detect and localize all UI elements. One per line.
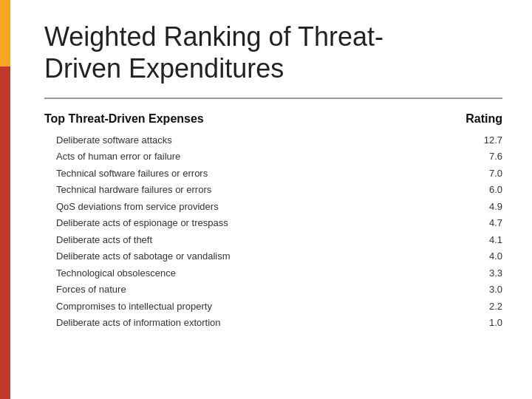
rating-cell: 4.1 (429, 231, 502, 248)
rating-cell: 1.0 (429, 315, 502, 332)
rating-cell: 6.0 (429, 182, 502, 199)
rating-cell: 4.9 (429, 198, 502, 215)
expense-cell: QoS deviations from service providers (44, 198, 429, 215)
expense-cell: Deliberate acts of theft (44, 231, 429, 248)
rating-cell: 3.0 (429, 282, 502, 299)
expense-cell: Technological obsolescence (44, 265, 429, 282)
accent-bottom (0, 66, 10, 399)
rating-cell: 7.6 (429, 149, 502, 166)
page-title: Weighted Ranking of Threat- Driven Expen… (44, 21, 502, 84)
accent-bar (0, 0, 10, 399)
rating-cell: 7.0 (429, 165, 502, 182)
table-row: Technological obsolescence3.3 (44, 265, 502, 282)
table-row: QoS deviations from service providers4.9 (44, 198, 502, 215)
table-row: Deliberate acts of espionage or trespass… (44, 215, 502, 232)
expense-cell: Technical hardware failures or errors (44, 182, 429, 199)
threat-table: Top Threat-Driven Expenses Rating Delibe… (44, 109, 502, 331)
page-container: Weighted Ranking of Threat- Driven Expen… (0, 0, 532, 399)
rating-cell: 2.2 (429, 298, 502, 315)
table-row: Acts of human error or failure7.6 (44, 149, 502, 166)
column-header-expense: Top Threat-Driven Expenses (44, 109, 429, 132)
expense-cell: Technical software failures or errors (44, 165, 429, 182)
expense-cell: Deliberate acts of sabotage or vandalism (44, 248, 429, 265)
table-row: Technical hardware failures or errors6.0 (44, 182, 502, 199)
main-content: Weighted Ranking of Threat- Driven Expen… (44, 0, 532, 331)
title-divider (44, 98, 502, 99)
table-row: Deliberate software attacks12.7 (44, 132, 502, 149)
expense-cell: Acts of human error or failure (44, 149, 429, 166)
rating-cell: 3.3 (429, 265, 502, 282)
expense-cell: Deliberate acts of information extortion (44, 315, 429, 332)
expense-cell: Compromises to intellectual property (44, 298, 429, 315)
table-row: Technical software failures or errors7.0 (44, 165, 502, 182)
table-row: Forces of nature3.0 (44, 282, 502, 299)
table-row: Deliberate acts of information extortion… (44, 315, 502, 332)
column-header-rating: Rating (429, 109, 502, 132)
expense-cell: Deliberate acts of espionage or trespass (44, 215, 429, 232)
rating-cell: 4.0 (429, 248, 502, 265)
table-row: Deliberate acts of theft4.1 (44, 231, 502, 248)
accent-top (0, 0, 10, 66)
rating-cell: 12.7 (429, 132, 502, 149)
table-row: Deliberate acts of sabotage or vandalism… (44, 248, 502, 265)
expense-cell: Forces of nature (44, 282, 429, 299)
table-row: Compromises to intellectual property2.2 (44, 298, 502, 315)
rating-cell: 4.7 (429, 215, 502, 232)
expense-cell: Deliberate software attacks (44, 132, 429, 149)
